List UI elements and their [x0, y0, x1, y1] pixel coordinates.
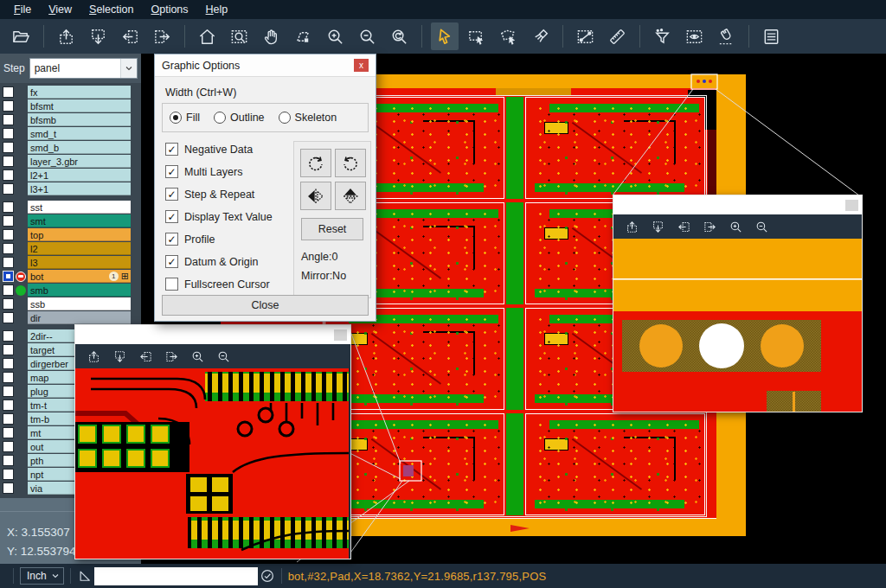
layer-visibility-checkbox[interactable]	[3, 183, 14, 195]
zoom-out-button[interactable]	[750, 216, 773, 237]
layer-visibility-checkbox[interactable]	[3, 441, 14, 452]
pan-down-button[interactable]	[646, 216, 669, 237]
layer-visibility-checkbox[interactable]	[3, 469, 14, 480]
layer-visibility-checkbox[interactable]	[3, 201, 14, 213]
window-button[interactable]	[845, 200, 858, 211]
pan-down-button[interactable]	[85, 22, 112, 50]
poly-select-button[interactable]	[495, 22, 523, 50]
layer-visibility-checkbox[interactable]	[3, 128, 14, 139]
flip-vertical-button[interactable]	[335, 182, 366, 210]
magnifier-left-titlebar[interactable]	[75, 325, 350, 344]
close-icon[interactable]: x	[354, 59, 369, 72]
magnifier-right-titlebar[interactable]	[613, 195, 862, 214]
layer-visibility-checkbox[interactable]	[3, 257, 14, 268]
layer-visibility-checkbox[interactable]	[3, 284, 14, 296]
zoom-out-button[interactable]	[212, 346, 234, 367]
zoom-out-button[interactable]	[354, 22, 382, 50]
layer-label[interactable]: l3	[28, 256, 131, 269]
pan-up-button[interactable]	[53, 22, 80, 50]
layer-visibility-checkbox[interactable]	[3, 215, 14, 227]
layer-visibility-checkbox[interactable]	[3, 344, 14, 355]
home-view-button[interactable]	[194, 22, 222, 50]
magnifier-right-view[interactable]	[613, 239, 862, 412]
zoom-object-button[interactable]	[290, 22, 318, 50]
option-checkbox[interactable]: Fullscreen Cursor	[165, 278, 273, 291]
layer-visibility-checkbox[interactable]	[3, 142, 14, 153]
select-tool-button[interactable]	[431, 22, 459, 50]
option-checkbox[interactable]: Step & Repeat	[165, 188, 273, 201]
option-checkbox[interactable]: Profile	[165, 233, 273, 246]
layer-visibility-checkbox[interactable]	[3, 386, 14, 397]
close-button[interactable]: Close	[162, 295, 369, 316]
width-radio[interactable]: Skeleton	[279, 112, 337, 124]
pan-right-button[interactable]	[149, 22, 177, 50]
rect-select-button[interactable]	[463, 22, 491, 50]
pan-right-button[interactable]	[698, 216, 721, 237]
zoom-previous-button[interactable]	[386, 22, 414, 50]
layer-visibility-checkbox[interactable]	[3, 156, 14, 167]
option-checkbox[interactable]: Datum & Origin	[165, 255, 273, 268]
layer-label[interactable]: fx	[28, 86, 131, 99]
layer-label[interactable]: bfsmb	[28, 113, 131, 126]
rotate-ccw-button[interactable]	[335, 149, 366, 177]
layer-label[interactable]: top	[28, 228, 131, 241]
width-radio[interactable]: Outline	[214, 112, 265, 124]
layer-visibility-checkbox[interactable]	[3, 455, 14, 466]
reset-button[interactable]: Reset	[301, 218, 363, 240]
layer-visibility-checkbox[interactable]	[3, 372, 14, 383]
chevron-down-icon[interactable]	[120, 59, 137, 78]
pan-right-button[interactable]	[160, 346, 183, 367]
corner-pick-icon[interactable]	[77, 568, 93, 584]
layer-label[interactable]: sst	[28, 201, 131, 214]
layer-visibility-checkbox[interactable]	[3, 243, 14, 254]
layer-visibility-checkbox[interactable]	[3, 358, 14, 369]
option-checkbox[interactable]: Negative Data	[165, 143, 273, 156]
open-button[interactable]	[8, 22, 35, 50]
layer-visibility-checkbox[interactable]	[3, 483, 14, 494]
layer-visibility-checkbox[interactable]	[3, 86, 14, 98]
pan-hand-button[interactable]	[258, 22, 286, 50]
zoom-window-button[interactable]	[226, 22, 254, 50]
view-options-button[interactable]	[681, 22, 709, 50]
layer-label[interactable]: l3+1	[28, 182, 131, 195]
layer-grid-icon[interactable]: ⊞	[121, 272, 129, 281]
layer-label[interactable]: smd_t	[28, 127, 131, 140]
layer-visibility-checkbox[interactable]	[3, 298, 14, 310]
zoom-in-button[interactable]	[322, 22, 350, 50]
layer-visibility-checkbox[interactable]	[3, 399, 14, 411]
pan-left-button[interactable]	[117, 22, 144, 50]
layer-visibility-checkbox[interactable]	[3, 114, 14, 125]
pan-up-button[interactable]	[82, 346, 105, 367]
option-checkbox[interactable]: Multi Layers	[165, 165, 273, 178]
menu-item[interactable]: File	[5, 2, 40, 17]
clear-highlight-button[interactable]	[527, 22, 555, 50]
zoom-in-button[interactable]	[724, 216, 747, 237]
pan-left-button[interactable]	[672, 216, 695, 237]
step-select[interactable]: panel	[29, 58, 138, 79]
layer-label[interactable]: smt	[28, 214, 131, 227]
menu-item[interactable]: View	[40, 2, 80, 17]
layer-label[interactable]: l2	[28, 242, 131, 255]
dialog-titlebar[interactable]: Graphic Options x	[155, 54, 376, 77]
layer-visibility-checkbox[interactable]	[3, 312, 14, 323]
snap-button[interactable]	[713, 22, 741, 50]
layer-visibility-checkbox[interactable]	[3, 413, 14, 425]
layer-visibility-checkbox[interactable]	[3, 271, 14, 282]
layer-label[interactable]: bot 1 ⊞	[28, 270, 131, 283]
option-checkbox[interactable]: Display Text Value	[165, 210, 273, 223]
layer-label[interactable]: dir	[28, 311, 131, 324]
command-input[interactable]	[94, 567, 258, 585]
menu-item[interactable]: Selection	[80, 2, 142, 17]
pan-left-button[interactable]	[134, 346, 157, 367]
width-radio[interactable]: Fill	[170, 112, 200, 124]
filter-button[interactable]	[649, 22, 677, 50]
confirm-icon[interactable]	[260, 568, 275, 584]
menu-item[interactable]: Help	[197, 2, 237, 17]
measure-button[interactable]	[572, 22, 600, 50]
zoom-in-button[interactable]	[186, 346, 209, 367]
layer-visibility-checkbox[interactable]	[3, 330, 14, 342]
layer-visibility-checkbox[interactable]	[3, 229, 14, 240]
window-button[interactable]	[334, 329, 347, 341]
layer-label[interactable]: smb	[28, 284, 131, 297]
ruler-button[interactable]	[604, 22, 632, 50]
